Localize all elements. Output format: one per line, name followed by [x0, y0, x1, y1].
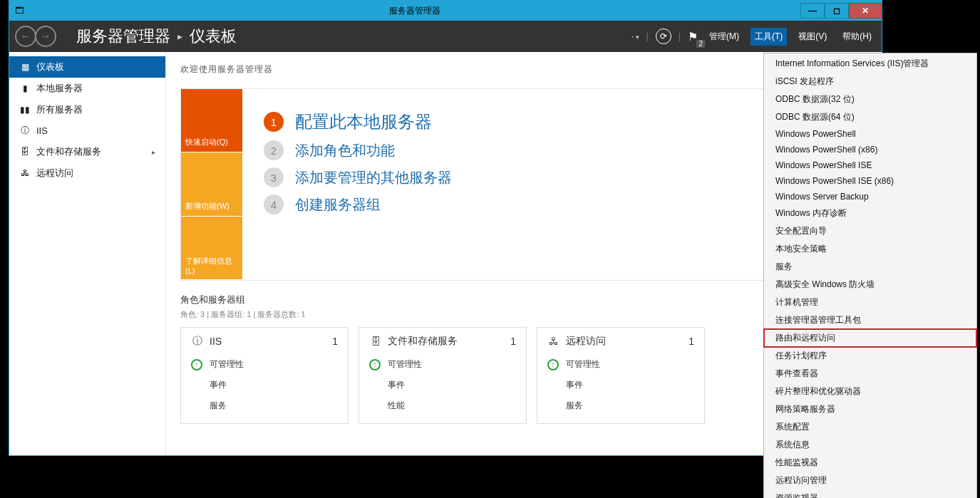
tools-menu-item[interactable]: Windows 内存诊断 [764, 204, 976, 222]
tools-menu-item[interactable]: 服务 [764, 258, 976, 276]
window-title: 服务器管理器 [29, 5, 800, 17]
header-bar: ← → 服务器管理器 ▸ 仪表板 · | ⟳ | ⚑2 管理(M) 工具(T) … [9, 21, 882, 52]
tile-learnmore[interactable]: 了解详细信息(L) [181, 217, 242, 280]
step-configure-local[interactable]: 1 配置此本地服务器 [264, 110, 452, 133]
storage-icon: 🗄 [19, 147, 31, 157]
nav-back-button[interactable]: ← [15, 26, 36, 47]
sidebar-item-all-servers[interactable]: ▮▮ 所有服务器 [9, 99, 165, 120]
status-up-icon: ↑ [191, 359, 202, 370]
close-button[interactable]: ✕ [849, 3, 882, 19]
tools-menu-item[interactable]: 路由和远程访问 [764, 329, 976, 347]
tools-menu-item[interactable]: Internet Information Services (IIS)管理器 [764, 55, 976, 73]
tools-menu-item[interactable]: 计算机管理 [764, 294, 976, 311]
tools-menu-item[interactable]: 高级安全 Windows 防火墙 [764, 276, 976, 294]
breadcrumb-separator-icon: ▸ [177, 31, 182, 42]
step-number: 1 [264, 112, 284, 132]
step-number: 3 [264, 167, 284, 187]
tools-menu-item[interactable]: 网络策略服务器 [764, 400, 976, 418]
tools-menu-item[interactable]: ODBC 数据源(32 位) [764, 90, 976, 108]
role-tile-row-events[interactable]: 事件 [369, 375, 516, 395]
tools-menu-item[interactable]: Windows PowerShell (x86) [764, 142, 976, 157]
remote-icon: 🖧 [547, 335, 560, 348]
step-add-servers[interactable]: 3 添加要管理的其他服务器 [264, 167, 452, 187]
server-manager-window: 🗔 服务器管理器 — ◻ ✕ ← → 服务器管理器 ▸ 仪表板 · | ⟳ | … [9, 0, 882, 456]
tools-menu-item[interactable]: 任务计划程序 [764, 347, 976, 365]
sidebar-item-dashboard[interactable]: ▦ 仪表板 [9, 56, 165, 78]
breadcrumb-dropdown[interactable]: · [631, 31, 639, 41]
tools-menu-item[interactable]: 性能监视器 [764, 454, 976, 472]
tools-menu-item[interactable]: 系统配置 [764, 418, 976, 436]
role-tile-row-manageability[interactable]: ↑可管理性 [369, 354, 516, 375]
minimize-button[interactable]: — [800, 3, 825, 19]
header-right-controls: · | ⟳ | ⚑2 管理(M) 工具(T) 视图(V) 帮助(H) [631, 28, 876, 46]
role-tile-file-storage[interactable]: 🗄 文件和存储服务 1 ↑可管理性 事件 性能 [359, 327, 527, 424]
role-tile-count: 1 [688, 336, 694, 347]
tools-menu-item[interactable]: Windows PowerShell ISE [764, 157, 976, 173]
tools-menu-item[interactable]: Windows PowerShell ISE (x86) [764, 173, 976, 189]
chevron-right-icon: ▸ [152, 148, 155, 156]
step-label: 添加要管理的其他服务器 [295, 168, 452, 187]
role-tile-row-services[interactable]: 服务 [191, 395, 338, 416]
breadcrumb-app: 服务器管理器 [76, 26, 170, 47]
sidebar-item-label: 文件和存储服务 [36, 145, 101, 158]
storage-icon: 🗄 [369, 335, 382, 348]
step-add-roles[interactable]: 2 添加角色和功能 [264, 140, 452, 160]
sidebar-item-label: IIS [36, 125, 48, 136]
tools-menu-item[interactable]: ODBC 数据源(64 位) [764, 108, 976, 126]
iis-icon: ⓘ [191, 335, 204, 348]
role-tile-row-events[interactable]: 事件 [547, 375, 694, 395]
role-tile-count: 1 [332, 336, 338, 347]
role-tile-row-performance[interactable]: 性能 [369, 395, 516, 416]
tools-menu-item[interactable]: 系统信息 [764, 436, 976, 454]
server-icon: ▮ [19, 83, 31, 93]
tools-menu-item[interactable]: 资源监视器 [764, 489, 976, 498]
role-tile-header: ⓘ IIS 1 [191, 335, 338, 354]
notifications-flag-icon[interactable]: ⚑2 [688, 30, 698, 43]
role-tile-iis[interactable]: ⓘ IIS 1 ↑可管理性 事件 服务 [180, 327, 349, 424]
tools-menu-item[interactable]: iSCSI 发起程序 [764, 73, 976, 90]
sidebar-item-local-server[interactable]: ▮ 本地服务器 [9, 78, 165, 99]
step-number: 2 [264, 140, 284, 160]
tools-menu-item[interactable]: 连接管理器管理工具包 [764, 311, 976, 329]
notifications-count-badge: 2 [696, 40, 705, 48]
remote-icon: 🖧 [19, 168, 31, 178]
tools-menu-item[interactable]: 远程访问管理 [764, 472, 976, 489]
tools-menu-item[interactable]: 本地安全策略 [764, 240, 976, 258]
nav-forward-button[interactable]: → [35, 26, 56, 47]
role-tile-header: 🖧 远程访问 1 [547, 335, 694, 354]
tools-menu-item[interactable]: 安全配置向导 [764, 222, 976, 240]
sidebar-item-remote-access[interactable]: 🖧 远程访问 [9, 162, 165, 184]
body-area: ▦ 仪表板 ▮ 本地服务器 ▮▮ 所有服务器 ⓘ IIS 🗄 文件和存储服务 ▸ [9, 52, 882, 455]
sidebar-item-file-storage[interactable]: 🗄 文件和存储服务 ▸ [9, 141, 165, 162]
role-tile-row-manageability[interactable]: ↑可管理性 [191, 354, 338, 375]
iis-icon: ⓘ [19, 125, 31, 137]
system-menu-icon[interactable]: 🗔 [9, 6, 29, 16]
window-buttons: — ◻ ✕ [800, 3, 882, 19]
welcome-steps: 1 配置此本地服务器 2 添加角色和功能 3 添加要管理的其他服务器 4 创建服… [242, 89, 473, 280]
nav-arrows: ← → [15, 26, 56, 47]
maximize-button[interactable]: ◻ [825, 3, 849, 19]
role-tile-row-events[interactable]: 事件 [191, 375, 338, 395]
menu-help[interactable]: 帮助(H) [838, 28, 876, 46]
role-tile-name: 远程访问 [566, 335, 606, 348]
tools-menu-item[interactable]: 事件查看器 [764, 365, 976, 383]
role-tile-remote-access[interactable]: 🖧 远程访问 1 ↑可管理性 事件 服务 [537, 327, 705, 424]
menu-manage[interactable]: 管理(M) [705, 28, 743, 46]
menu-tools[interactable]: 工具(T) [751, 28, 787, 46]
tile-whatsnew[interactable]: 新增功能(W) [181, 152, 242, 216]
tools-menu-item[interactable]: 碎片整理和优化驱动器 [764, 383, 976, 400]
tools-menu-item[interactable]: Windows Server Backup [764, 189, 976, 204]
role-tile-name: IIS [210, 336, 222, 347]
refresh-button[interactable]: ⟳ [656, 28, 671, 44]
role-tile-row-services[interactable]: 服务 [547, 395, 694, 416]
menu-view[interactable]: 视图(V) [794, 28, 831, 46]
header-separator-2: | [679, 31, 681, 41]
tile-quickstart[interactable]: 快速启动(Q) [181, 89, 242, 152]
step-create-group[interactable]: 4 创建服务器组 [264, 194, 452, 214]
tools-dropdown-menu: Internet Information Services (IIS)管理器iS… [763, 53, 977, 498]
sidebar-item-iis[interactable]: ⓘ IIS [9, 120, 165, 141]
step-label: 创建服务器组 [295, 195, 381, 214]
role-tile-row-manageability[interactable]: ↑可管理性 [547, 354, 694, 375]
breadcrumb-page: 仪表板 [190, 26, 237, 47]
tools-menu-item[interactable]: Windows PowerShell [764, 126, 976, 142]
